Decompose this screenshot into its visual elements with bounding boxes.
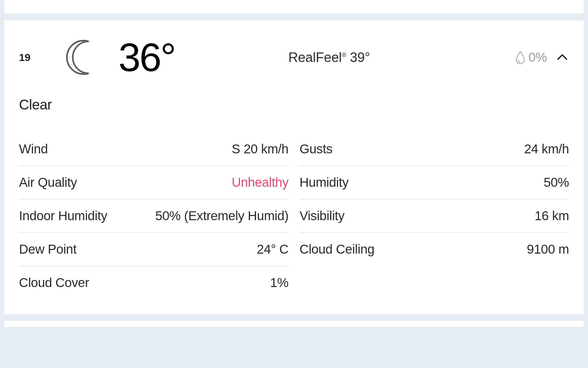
detail-label: Air Quality [19,175,77,190]
detail-row: Visibility16 km [300,199,569,233]
realfeel-trademark: ® [342,52,346,58]
detail-row: Gusts24 km/h [300,132,569,166]
detail-value: S 20 km/h [232,142,288,156]
detail-row: WindS 20 km/h [19,132,288,166]
hourly-weather-card[interactable]: 19 36° RealFeel® 39° [4,20,584,314]
detail-value: 50% (Extremely Humid) [155,209,288,223]
detail-label: Cloud Cover [19,275,89,290]
condition-text: Clear [19,96,569,113]
detail-label: Dew Point [19,242,77,257]
detail-label: Indoor Humidity [19,209,107,223]
page-root: 19 36° RealFeel® 39° [0,0,588,368]
precipitation-indicator: 0% [515,50,547,65]
realfeel-value: 39° [346,50,370,65]
detail-value: 24° C [257,242,288,257]
hour-label: 19 [19,52,30,63]
next-card-sliver [4,321,584,327]
header-right: 0% [515,50,569,65]
detail-value: 50% [544,175,569,190]
detail-value: 1% [270,275,288,290]
detail-label: Gusts [300,142,333,156]
detail-label: Visibility [300,209,345,223]
detail-row: Cloud Ceiling9100 m [300,233,569,266]
detail-label: Wind [19,142,48,156]
detail-row: Cloud Cover1% [19,266,288,299]
realfeel-label: RealFeel® 39° [288,50,370,65]
details-grid: WindS 20 km/hAir QualityUnhealthyIndoor … [19,132,569,299]
card-header: 19 36° RealFeel® 39° [19,37,569,77]
detail-row: Dew Point24° C [19,233,288,266]
realfeel-text: RealFeel [288,50,342,65]
detail-row: Indoor Humidity50% (Extremely Humid) [19,199,288,233]
details-right-column: Gusts24 km/hHumidity50%Visibility16 kmCl… [300,132,569,299]
moon-icon [64,37,104,77]
detail-value: Unhealthy [232,175,288,190]
detail-label: Humidity [300,175,349,190]
temperature-value: 36° [119,37,175,77]
prev-card-sliver [4,0,584,13]
detail-row: Humidity50% [300,166,569,199]
chevron-up-icon[interactable] [556,51,569,64]
droplet-icon [515,51,526,64]
details-left-column: WindS 20 km/hAir QualityUnhealthyIndoor … [19,132,288,299]
precipitation-percent: 0% [529,50,547,65]
detail-value: 9100 m [527,242,569,257]
detail-row: Air QualityUnhealthy [19,166,288,199]
detail-value: 24 km/h [524,142,569,156]
detail-label: Cloud Ceiling [300,242,375,257]
detail-value: 16 km [535,209,569,223]
